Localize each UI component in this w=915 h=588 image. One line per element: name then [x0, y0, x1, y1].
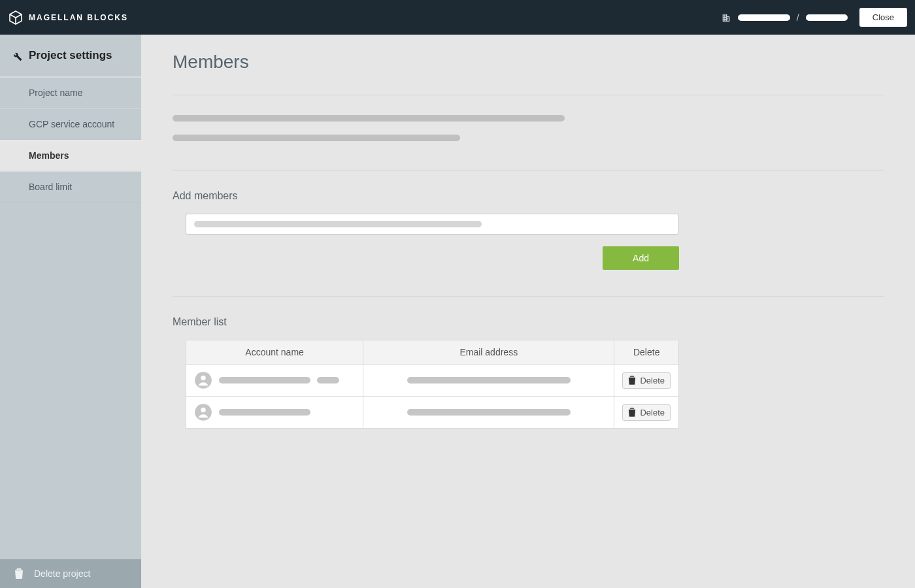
delete-member-button[interactable]: Delete: [622, 404, 671, 421]
sidebar: Project settings Project name GCP servic…: [0, 35, 141, 588]
breadcrumb: /: [721, 12, 848, 23]
member-name: [219, 377, 310, 384]
table-row: Delete: [186, 365, 679, 397]
sidebar-title: Project settings: [29, 49, 112, 62]
trash-icon: [628, 408, 636, 417]
sidebar-item-project-name[interactable]: Project name: [0, 77, 141, 108]
avatar-icon: [194, 403, 212, 421]
trash-icon: [628, 376, 636, 385]
add-members-section: Add members Add: [173, 171, 884, 296]
delete-member-button[interactable]: Delete: [622, 372, 671, 389]
wrench-icon: [10, 50, 22, 61]
delete-project-label: Delete project: [34, 568, 90, 579]
add-member-input[interactable]: [186, 214, 679, 235]
close-button[interactable]: Close: [859, 8, 907, 27]
breadcrumb-org[interactable]: [738, 14, 790, 21]
app-brand-text: MAGELLAN BLOCKS: [29, 13, 128, 22]
add-member-placeholder: [194, 221, 482, 227]
header-account-name: Account name: [186, 340, 363, 365]
svg-point-1: [201, 376, 205, 380]
member-list-section: Member list Account name Email address D…: [173, 297, 884, 455]
avatar-icon: [194, 371, 212, 389]
sidebar-item-members[interactable]: Members: [0, 140, 141, 171]
top-bar: MAGELLAN BLOCKS / Close: [0, 0, 915, 35]
header-email: Email address: [363, 340, 614, 365]
app-logo[interactable]: MAGELLAN BLOCKS: [8, 10, 128, 25]
table-row: Delete: [186, 397, 679, 429]
add-button[interactable]: Add: [603, 246, 679, 270]
sidebar-item-gcp-service-account[interactable]: GCP service account: [0, 108, 141, 140]
intro-section: [173, 95, 884, 170]
breadcrumb-project[interactable]: [806, 14, 848, 21]
page-title: Members: [173, 52, 884, 73]
logo-cube-icon: [8, 10, 24, 25]
member-list-label: Member list: [173, 316, 884, 328]
sidebar-header: Project settings: [0, 35, 141, 77]
member-email: [407, 409, 571, 416]
delete-label: Delete: [640, 408, 665, 417]
header-delete: Delete: [614, 340, 679, 365]
building-icon: [721, 12, 731, 23]
member-name: [219, 409, 310, 416]
trash-icon: [14, 568, 24, 579]
sidebar-nav: Project name GCP service account Members…: [0, 77, 141, 203]
member-tag: [317, 377, 339, 384]
breadcrumb-separator: /: [797, 12, 799, 23]
content-area: Members Add members Add Member list: [141, 35, 915, 588]
intro-text-line-1: [173, 115, 565, 122]
member-table: Account name Email address Delete: [186, 340, 679, 429]
intro-text-line-2: [173, 135, 460, 141]
table-header-row: Account name Email address Delete: [186, 340, 679, 365]
svg-point-3: [201, 408, 205, 412]
delete-label: Delete: [640, 376, 665, 385]
add-members-label: Add members: [173, 190, 884, 202]
sidebar-item-board-limit[interactable]: Board limit: [0, 171, 141, 203]
delete-project-button[interactable]: Delete project: [0, 559, 141, 588]
member-email: [407, 377, 571, 384]
